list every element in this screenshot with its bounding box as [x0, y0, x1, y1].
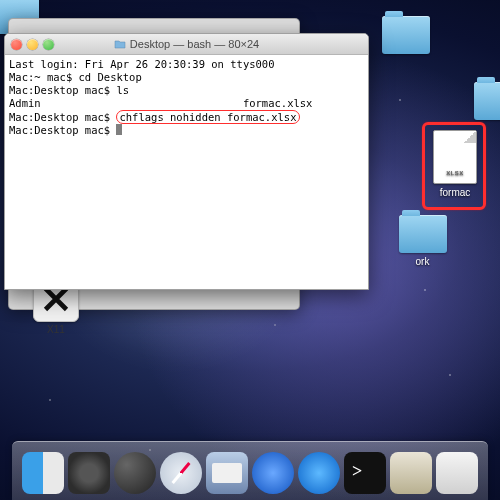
folder-proxy-icon	[114, 39, 126, 51]
terminal-content[interactable]: Last login: Fri Apr 26 20:30:39 on ttys0…	[5, 55, 368, 289]
terminal-line: Admin	[9, 97, 41, 109]
dock-item-app[interactable]	[436, 452, 478, 494]
annotation-highlight-command: chflags nohidden formac.xlsx	[116, 110, 300, 124]
dock-item-mail[interactable]	[206, 452, 248, 494]
close-button[interactable]	[11, 39, 22, 50]
terminal-prompt: Mac:Desktop mac$	[9, 124, 116, 136]
dock-item-itunes[interactable]	[252, 452, 294, 494]
folder-icon[interactable]	[474, 82, 501, 120]
dock[interactable]	[12, 441, 488, 500]
terminal-prompt: Mac:Desktop mac$	[9, 111, 116, 123]
terminal-cursor	[116, 124, 122, 135]
terminal-line: Last login: Fri Apr 26 20:30:39 on ttys0…	[9, 58, 275, 70]
dock-item-launchpad[interactable]	[68, 452, 110, 494]
terminal-titlebar[interactable]: Desktop — bash — 80×24	[5, 34, 368, 55]
zoom-button[interactable]	[43, 39, 54, 50]
folder-label: ork	[416, 256, 430, 267]
terminal-window[interactable]: Desktop — bash — 80×24 Last login: Fri A…	[4, 33, 369, 290]
folder-icon[interactable]	[382, 16, 430, 54]
folder-icon[interactable]	[399, 215, 447, 253]
dock-item-terminal[interactable]	[344, 452, 386, 494]
x11-app-label: X11	[33, 324, 79, 335]
terminal-line: Mac:Desktop mac$ ls	[9, 84, 129, 96]
window-title: Desktop — bash — 80×24	[5, 38, 368, 51]
terminal-line: formac.xlsx	[243, 97, 313, 109]
dock-item-appstore[interactable]	[298, 452, 340, 494]
dock-item-safari[interactable]	[160, 452, 202, 494]
terminal-line: Mac:~ mac$ cd Desktop	[9, 71, 142, 83]
minimize-button[interactable]	[27, 39, 38, 50]
dock-item-dashboard[interactable]	[114, 452, 156, 494]
dock-item-app[interactable]	[390, 452, 432, 494]
annotation-highlight-file	[422, 122, 486, 210]
dock-item-finder[interactable]	[22, 452, 64, 494]
